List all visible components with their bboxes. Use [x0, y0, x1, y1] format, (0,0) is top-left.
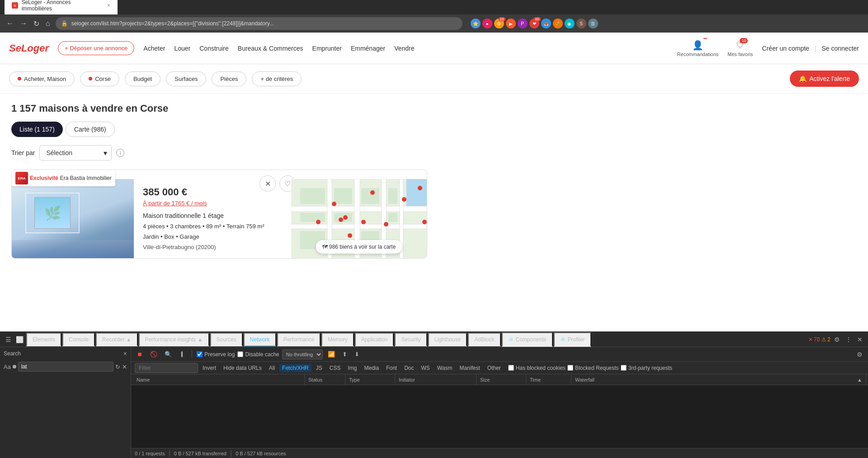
toolbar-settings-button[interactable]: ⚙ — [855, 349, 864, 360]
filter-ws-button[interactable]: WS — [419, 364, 433, 372]
tab-console[interactable]: Console — [62, 333, 95, 346]
listing-image[interactable]: 🌿 — [12, 179, 134, 258]
preserve-log-input[interactable] — [197, 351, 203, 357]
tab-performance[interactable]: Performance — [277, 333, 321, 346]
ext-icon-8[interactable]: 🐝 — [553, 19, 563, 28]
tab-close[interactable]: × — [107, 2, 110, 9]
invert-filter-button[interactable]: Invert — [200, 364, 219, 372]
close-devtools-button[interactable]: ✕ — [855, 334, 864, 345]
throttle-select[interactable]: No throttling — [282, 349, 323, 359]
ext-icon-3[interactable]: 26 ⚙ — [494, 19, 504, 28]
search-refresh-button[interactable]: ↻ — [115, 364, 120, 370]
filter-manifest-button[interactable]: Manifest — [457, 364, 482, 372]
devtools-inspect[interactable]: ⬜ — [14, 334, 25, 345]
ext-icon-6[interactable]: 60 ❤ — [529, 19, 539, 28]
filter-button[interactable]: ⏽ — [177, 349, 187, 359]
forward-button[interactable]: → — [18, 18, 29, 29]
filter-other-button[interactable]: Other — [485, 364, 504, 372]
filter-budget-pill[interactable]: Budget — [125, 71, 160, 86]
filter-all-button[interactable]: All — [266, 364, 278, 372]
ext-icon-4[interactable]: ▶ — [506, 19, 516, 28]
map-overlay-button[interactable]: 🗺 986 biens à voir sur la carte — [316, 240, 402, 254]
filter-type-pill[interactable]: Acheter, Maison — [9, 71, 75, 86]
tab-security[interactable]: Security — [395, 333, 427, 346]
tab-lighthouse[interactable]: Lighthouse — [428, 333, 467, 346]
nav-louer[interactable]: Louer — [174, 45, 190, 52]
nav-emmenager[interactable]: Emménager — [351, 45, 385, 52]
activate-alert-button[interactable]: 🔔 Activez l'alerte — [790, 71, 859, 87]
listing-map-preview[interactable]: 🗺 986 biens à voir sur la carte — [291, 179, 427, 258]
more-button[interactable]: ⋮ — [844, 334, 854, 345]
disable-cache-checkbox[interactable]: Disable cache — [237, 351, 279, 358]
hide-data-urls-button[interactable]: Hide data URLs — [221, 364, 264, 372]
list-view-button[interactable]: Liste (1 157) — [11, 122, 63, 137]
active-tab[interactable]: S SeLoger - Annonces immobilières × — [5, 0, 118, 14]
filter-js-button[interactable]: JS — [313, 364, 325, 372]
site-logo[interactable]: SeLoger — [9, 42, 49, 54]
filter-media-button[interactable]: Media — [361, 364, 382, 372]
filter-doc-button[interactable]: Doc — [401, 364, 416, 372]
settings-button[interactable]: ⚙ — [832, 334, 842, 345]
disable-cache-input[interactable] — [237, 351, 243, 357]
sort-info-icon[interactable]: i — [116, 149, 124, 157]
th-size[interactable]: Size — [476, 374, 526, 385]
tab-performance-insights[interactable]: Performance insights ▲ — [139, 333, 209, 346]
filter-fetch-xhr-button[interactable]: Fetch/XHR — [279, 364, 311, 372]
tab-recorder[interactable]: Recorder ▲ — [96, 333, 138, 346]
deposer-annonce-button[interactable]: + Déposer une annonce — [58, 41, 134, 55]
address-bar[interactable]: 🔒 seloger.com/list.htm?projects=2&types=… — [56, 17, 462, 30]
blocked-requests-checkbox[interactable]: Blocked Requests — [567, 365, 619, 371]
search-input[interactable] — [18, 362, 113, 372]
tab-sources[interactable]: Sources — [210, 333, 243, 346]
se-connecter-link[interactable]: Se connecter — [822, 45, 859, 52]
filter-font-button[interactable]: Font — [383, 364, 400, 372]
ext-icon-5[interactable]: P — [518, 19, 528, 28]
sort-select[interactable]: Sélection — [39, 145, 112, 161]
th-status[interactable]: Status — [305, 374, 345, 385]
font-size-icon[interactable]: Aa — [4, 364, 11, 370]
nav-emprunter[interactable]: Emprunter — [312, 45, 342, 52]
warning-count[interactable]: ⚠ 2 — [821, 336, 830, 343]
upload-button[interactable]: ⬆ — [340, 349, 349, 359]
third-party-requests-input[interactable] — [621, 365, 627, 371]
nav-construire[interactable]: Construire — [199, 45, 229, 52]
filter-pieces-pill[interactable]: Pièces — [212, 71, 246, 86]
third-party-requests-checkbox[interactable]: 3rd-party requests — [621, 365, 672, 371]
search-button[interactable]: 🔍 — [162, 349, 174, 359]
preserve-log-checkbox[interactable]: Preserve log — [197, 351, 235, 358]
search-close-button[interactable]: × — [123, 350, 127, 357]
filter-more-pill[interactable]: + de critères — [252, 71, 302, 86]
tab-network[interactable]: Network — [244, 333, 276, 346]
filter-wasm-button[interactable]: Wasm — [434, 364, 455, 372]
back-button[interactable]: ← — [5, 18, 15, 29]
tab-profiler[interactable]: ⚛ Profiler — [554, 332, 591, 347]
reload-button[interactable]: ↻ — [32, 18, 41, 30]
ext-icon-1[interactable]: ⭐ — [471, 19, 481, 28]
filter-css-button[interactable]: CSS — [327, 364, 344, 372]
th-type[interactable]: Type — [345, 374, 395, 385]
error-count[interactable]: ✕ 70 — [808, 336, 820, 343]
has-blocked-cookies-checkbox[interactable]: Has blocked cookies — [508, 365, 566, 371]
nav-bureaux[interactable]: Bureaux & Commerces — [238, 45, 303, 52]
favoris-button[interactable]: ♡ 10 Mes favoris — [727, 40, 753, 57]
download-button[interactable]: ⬇ — [352, 349, 362, 359]
recommandations-button[interactable]: 👤 Recommandations — [677, 40, 719, 57]
map-view-button[interactable]: Carte (986) — [66, 122, 115, 137]
th-time[interactable]: Time — [526, 374, 571, 385]
filter-input[interactable] — [135, 363, 198, 373]
clear-button[interactable]: 🚫 — [148, 349, 160, 359]
th-waterfall[interactable]: Waterfall ▲ — [571, 374, 866, 385]
has-blocked-cookies-input[interactable] — [508, 365, 514, 371]
dismiss-button[interactable]: ✕ — [259, 175, 276, 192]
ext-icon-11[interactable]: ☰ — [588, 19, 598, 28]
filter-img-button[interactable]: Img — [345, 364, 359, 372]
tab-components[interactable]: ⚛ Components — [502, 332, 553, 347]
listing-monthly[interactable]: À partir de 1765 € / mois — [143, 200, 282, 207]
tab-memory[interactable]: Memory — [321, 333, 354, 346]
nav-vendre[interactable]: Vendre — [394, 45, 414, 52]
devtools-elements-dock[interactable]: ☰ — [4, 334, 13, 345]
th-initiator[interactable]: Initiator — [395, 374, 476, 385]
nav-acheter[interactable]: Acheter — [143, 45, 165, 52]
filter-location-pill[interactable]: Corse — [80, 71, 119, 86]
tab-application[interactable]: Application — [355, 333, 394, 346]
